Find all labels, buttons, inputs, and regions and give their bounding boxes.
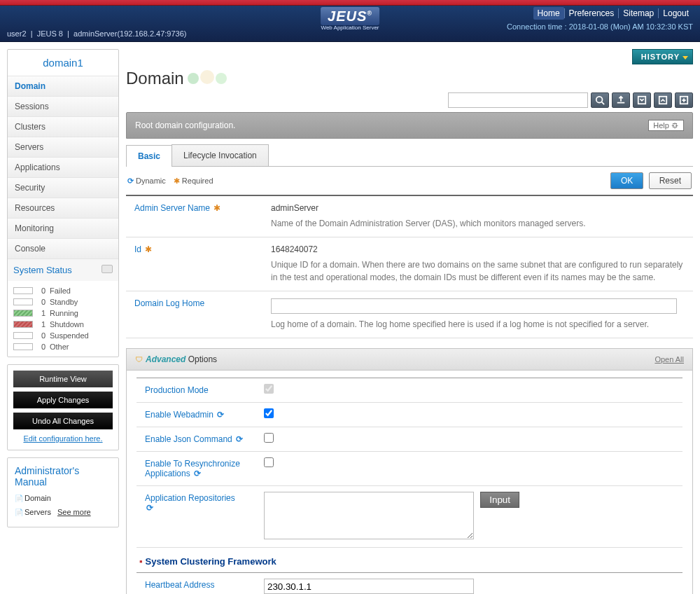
required-legend: Required <box>168 177 214 185</box>
top-nav-sitemap[interactable]: Sitemap <box>618 8 658 18</box>
status-row: 0Failed <box>13 285 113 296</box>
help-button[interactable]: Help ⯐ <box>648 120 684 131</box>
domain-name: domain1 <box>8 50 118 76</box>
enable-json-label: Enable Json Command ⟳ <box>136 427 255 451</box>
edit-configuration-link[interactable]: Edit configuration here. <box>23 434 102 443</box>
production-mode-label: Production Mode <box>136 378 255 402</box>
status-swatch <box>13 321 33 328</box>
status-swatch <box>13 298 33 305</box>
title-decoration <box>186 70 227 86</box>
domain-log-home-desc: Log home of a domain. The log home speci… <box>271 318 685 331</box>
status-row: 0Other <box>13 341 113 352</box>
advanced-header[interactable]: Advanced Options Open All <box>127 349 692 371</box>
top-nav: HomePreferencesSitemapLogout <box>507 8 693 18</box>
cluster-framework-title: System Clustering Framework <box>136 548 682 572</box>
admin-server-name-label: Admin Server Name ✱ <box>126 196 262 237</box>
app-repos-textarea[interactable] <box>264 492 474 539</box>
svg-line-1 <box>602 102 605 105</box>
sidebar-item-domain[interactable]: Domain <box>8 76 118 96</box>
sidebar-item-console[interactable]: Console <box>8 238 118 258</box>
accent-bar <box>0 0 700 6</box>
status-label: Failed <box>50 286 71 295</box>
tab-basic[interactable]: Basic <box>126 145 172 167</box>
product-name: JEUS 8 <box>37 29 63 38</box>
sidebar-item-monitoring[interactable]: Monitoring <box>8 218 118 238</box>
apply-changes-button[interactable]: Apply Changes <box>13 392 113 408</box>
manual-items: Domain Servers See more <box>8 492 118 527</box>
search-input[interactable] <box>448 92 588 108</box>
id-label: Id ✱ <box>126 237 262 291</box>
sidebar-item-servers[interactable]: Servers <box>8 137 118 157</box>
ok-button[interactable]: OK <box>610 172 643 189</box>
status-label: Other <box>50 343 69 351</box>
subtitle: Root domain configuration. <box>135 120 235 130</box>
production-mode-checkbox[interactable] <box>264 384 274 394</box>
search-icon[interactable] <box>591 92 609 108</box>
shield-icon <box>135 354 146 364</box>
sidebar-item-applications[interactable]: Applications <box>8 157 118 177</box>
svg-point-0 <box>596 97 603 103</box>
page-title: Domain <box>126 69 184 88</box>
status-count: 1 <box>37 309 46 317</box>
legend: Dynamic Required <box>127 177 214 186</box>
enable-resync-label: Enable To Resynchronize Applications ⟳ <box>136 452 255 485</box>
status-count: 0 <box>37 331 46 340</box>
heartbeat-address-label: Heartbeat Address <box>136 573 255 594</box>
domain-log-home-input[interactable] <box>271 298 677 314</box>
tab-lifecycle-invocation[interactable]: Lifecycle Invocation <box>172 144 269 166</box>
enable-resync-checkbox[interactable] <box>264 457 274 467</box>
top-nav-logout[interactable]: Logout <box>658 8 693 18</box>
top-nav-home[interactable]: Home <box>533 7 564 20</box>
id-value: 1648240072 Unique ID for a domain. When … <box>262 237 693 291</box>
status-expand-icon[interactable] <box>102 265 113 273</box>
import-xml-icon[interactable] <box>633 92 651 108</box>
runtime-view-button[interactable]: Runtime View <box>13 371 113 387</box>
book-icon <box>15 508 24 516</box>
domain-log-home-label: Domain Log Home <box>126 291 262 338</box>
heartbeat-address-input[interactable] <box>264 579 474 594</box>
status-count: 1 <box>37 320 46 329</box>
status-swatch <box>13 332 33 339</box>
user-name: user2 <box>7 29 27 38</box>
sidebar-item-resources[interactable]: Resources <box>8 198 118 218</box>
export-xml-icon[interactable] <box>654 92 672 108</box>
logo: JEUS® Web Application Server <box>321 8 379 31</box>
manual-item[interactable]: Domain <box>24 494 51 502</box>
user-info: user2 | JEUS 8 | adminServer(192.168.2.4… <box>7 8 187 38</box>
sidebar-item-clusters[interactable]: Clusters <box>8 116 118 137</box>
enable-json-checkbox[interactable] <box>264 433 274 443</box>
history-button[interactable]: HISTORY <box>632 49 693 64</box>
status-row: 1Shutdown <box>13 319 113 330</box>
top-nav-preferences[interactable]: Preferences <box>564 8 619 18</box>
status-label: Shutdown <box>50 320 84 329</box>
status-row: 0Standby <box>13 296 113 308</box>
status-label: Suspended <box>50 331 89 340</box>
system-status-title[interactable]: System Status <box>8 258 118 281</box>
export-icon[interactable] <box>612 92 630 108</box>
more-icon[interactable] <box>675 92 693 108</box>
dynamic-legend: Dynamic <box>127 177 166 185</box>
sidebar-item-security[interactable]: Security <box>8 177 118 198</box>
sidebar-item-sessions[interactable]: Sessions <box>8 96 118 116</box>
undo-all-changes-button[interactable]: Undo All Changes <box>13 413 113 429</box>
manual-item[interactable]: Servers <box>24 508 51 516</box>
status-count: 0 <box>37 286 46 295</box>
app-repos-label: Application Repositories⟳ <box>136 486 255 547</box>
server-name: adminServer(192.168.2.47:9736) <box>74 29 186 38</box>
status-count: 0 <box>37 298 46 306</box>
app-header: user2 | JEUS 8 | adminServer(192.168.2.4… <box>0 6 700 42</box>
admin-server-name-value: adminServer Name of the Domain Administr… <box>262 196 693 237</box>
side-actions: Runtime View Apply Changes Undo All Chan… <box>7 364 119 450</box>
open-all-link[interactable]: Open All <box>654 355 684 364</box>
enable-webadmin-checkbox[interactable] <box>264 408 274 418</box>
status-swatch <box>13 310 33 317</box>
status-count: 0 <box>37 343 46 351</box>
connection-time: Connection time : 2018-01-08 (Mon) AM 10… <box>507 22 693 31</box>
status-label: Running <box>50 309 78 317</box>
app-repos-input-button[interactable]: Input <box>480 492 519 508</box>
see-more-link[interactable]: See more <box>57 508 91 516</box>
status-row: 0Suspended <box>13 330 113 341</box>
status-swatch <box>13 287 33 294</box>
enable-webadmin-label: Enable Webadmin ⟳ <box>136 403 255 427</box>
reset-button[interactable]: Reset <box>649 172 692 189</box>
